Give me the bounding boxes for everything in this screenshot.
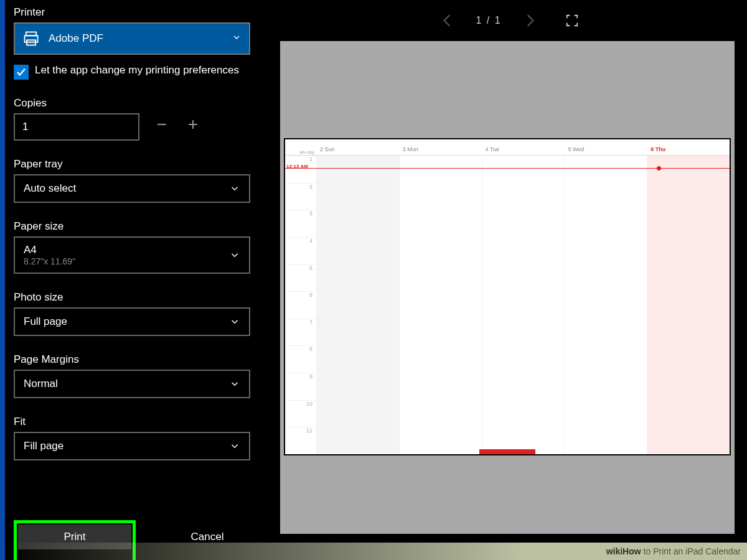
watermark-title: to Print an iPad Calendar [641, 546, 741, 556]
copies-input[interactable] [14, 113, 139, 141]
fit-select[interactable]: Fill page [14, 432, 250, 460]
fit-value: Fill page [24, 440, 63, 452]
calendar-column [399, 156, 482, 454]
chevron-down-icon [229, 441, 240, 452]
page-indicator: 1 / 1 [476, 15, 501, 26]
allday-label: all-day [285, 149, 316, 155]
hour-label: 5 [285, 264, 316, 292]
preview-toolbar: 1 / 1 [271, 0, 747, 41]
preview-page[interactable]: all-day 2 Sun 3 Mon 4 Tue 5 Wed 6 Thu 12… [284, 138, 731, 455]
calendar-column [564, 156, 647, 454]
hour-label: 3 [285, 210, 316, 237]
increment-button[interactable]: + [184, 118, 202, 136]
chevron-down-icon [229, 250, 240, 261]
hour-label: 4 [285, 237, 316, 264]
chevron-down-icon [232, 32, 242, 45]
calendar-header: all-day 2 Sun 3 Mon 4 Tue 5 Wed 6 Thu [285, 139, 730, 156]
day-header-today: 6 Thu [647, 146, 730, 155]
photo-size-value: Full page [24, 315, 67, 328]
printer-name: Adobe PDF [49, 32, 232, 45]
page-margins-select[interactable]: Normal [14, 370, 250, 398]
hour-label: 6 [285, 291, 316, 319]
previous-page-button[interactable] [439, 12, 456, 29]
paper-size-dimensions: 8.27"x 11.69" [24, 256, 75, 266]
paper-tray-label: Paper tray [14, 158, 250, 170]
paper-tray-value: Auto select [24, 182, 76, 195]
hour-label: 9 [285, 373, 316, 400]
hour-label: 8 [285, 345, 316, 373]
page-margins-value: Normal [24, 378, 58, 390]
fit-section: Fit Fill page [14, 416, 250, 460]
fit-label: Fit [14, 416, 250, 428]
paper-size-select[interactable]: A4 8.27"x 11.69" [14, 236, 250, 274]
day-header: 2 Sun [316, 146, 399, 155]
current-time-label: 12:13 AM [286, 164, 308, 169]
calendar-columns [316, 156, 730, 454]
preview-canvas: all-day 2 Sun 3 Mon 4 Tue 5 Wed 6 Thu 12… [280, 41, 735, 534]
next-page-button[interactable] [522, 12, 538, 29]
wikihow-watermark: wikiHow to Print an iPad Calendar [0, 543, 747, 560]
current-time-marker: 12:13 AM [285, 168, 730, 169]
hour-label: 10 [285, 400, 316, 427]
preview-area: 1 / 1 all-day 2 Sun 3 Mon 4 Tue 5 Wed 6 … [271, 0, 747, 543]
day-header: 4 Tue [482, 146, 565, 155]
photo-size-section: Photo size Full page [14, 291, 250, 336]
photo-size-label: Photo size [14, 291, 250, 304]
copies-section: Copies − + [14, 97, 250, 141]
preferences-checkbox[interactable] [14, 65, 29, 80]
print-settings-panel: Printer Adobe PDF Let the app change my … [5, 0, 261, 543]
printer-label: Printer [14, 6, 250, 19]
decrement-button[interactable]: − [153, 118, 171, 136]
page-footer-accent [479, 449, 535, 454]
day-header: 5 Wed [564, 146, 647, 155]
calendar-column-today [647, 156, 730, 454]
photo-size-select[interactable]: Full page [14, 307, 250, 336]
hour-label: 11 [285, 427, 316, 454]
time-gutter: 1 2 3 4 5 6 7 8 9 10 11 [285, 156, 316, 454]
day-header: 3 Mon [399, 146, 482, 155]
copies-label: Copies [14, 97, 250, 110]
watermark-brand: wikiHow [606, 546, 641, 556]
printer-select[interactable]: Adobe PDF [14, 22, 250, 55]
paper-size-section: Paper size A4 8.27"x 11.69" [14, 220, 250, 274]
page-margins-label: Page Margins [14, 353, 250, 366]
hour-label: 7 [285, 319, 316, 346]
left-accent-bar [0, 0, 5, 560]
current-time-dot [657, 166, 661, 170]
hour-label: 2 [285, 183, 316, 210]
paper-tray-select[interactable]: Auto select [14, 174, 250, 203]
page-margins-section: Page Margins Normal [14, 353, 250, 398]
preferences-label: Let the app change my printing preferenc… [35, 63, 239, 77]
paper-size-label: Paper size [14, 220, 250, 233]
printer-icon [22, 30, 40, 47]
fullscreen-icon[interactable] [565, 14, 579, 27]
calendar-column [482, 156, 565, 454]
printing-preferences-row: Let the app change my printing preferenc… [14, 63, 250, 80]
chevron-down-icon [229, 183, 240, 194]
calendar-column [316, 156, 399, 454]
calendar-body: 1 2 3 4 5 6 7 8 9 10 11 [285, 156, 730, 454]
chevron-down-icon [229, 378, 240, 390]
chevron-down-icon [229, 316, 240, 327]
paper-size-value: A4 [24, 244, 75, 256]
paper-tray-section: Paper tray Auto select [14, 158, 250, 203]
